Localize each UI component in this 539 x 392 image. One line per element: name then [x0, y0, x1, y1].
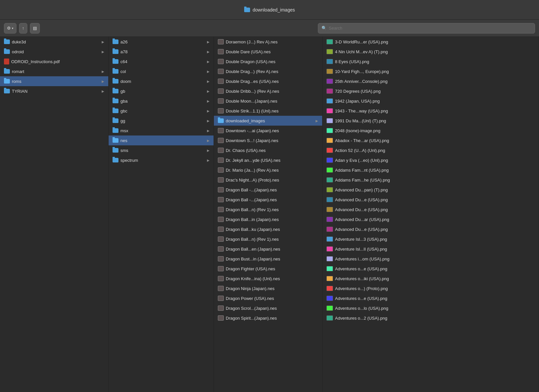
list-item[interactable]: Dragon Ball...n) (Rev 1).nes [214, 234, 322, 244]
list-item[interactable]: Dragon Knife...ina) (Unl).nes [214, 274, 322, 283]
list-item[interactable]: Adventures o...) (Proto).png [322, 283, 539, 293]
list-item[interactable]: 8 Eyes (USA).png [322, 57, 539, 66]
list-item[interactable]: roms▶ [0, 76, 108, 86]
list-item[interactable]: 25th Anniver...Console).png [322, 76, 539, 86]
list-item[interactable]: Advanced Du...ar (USA).png [322, 214, 539, 224]
list-item[interactable]: Addams Fam...he (USA).png [322, 175, 539, 185]
list-item[interactable]: Advanced Du...e (USA).png [322, 205, 539, 214]
list-item[interactable]: ODROID_Instructions.pdf [0, 57, 108, 66]
title-folder-icon [244, 8, 250, 12]
list-item[interactable]: doom▶ [109, 76, 214, 86]
png-icon [326, 246, 333, 252]
chevron-right-icon: ▶ [102, 89, 104, 93]
list-item[interactable]: 3-D WorldRu...er (USA).png [322, 37, 539, 47]
list-item[interactable]: Dragon Spirit...(Japan).nes [214, 313, 322, 323]
list-item[interactable]: Dragon Ball -...(Japan).nes [214, 195, 322, 205]
list-item[interactable]: Double Drag...es (USA).nes [214, 76, 322, 86]
list-item[interactable]: gba▶ [109, 96, 214, 106]
list-item[interactable]: a78▶ [109, 47, 214, 57]
list-item[interactable]: col▶ [109, 66, 214, 76]
list-item[interactable]: Adventures o...e (USA).png [322, 293, 539, 303]
list-item[interactable]: Dragon Ninja (Japan).nes [214, 283, 322, 293]
list-item[interactable]: TYRIAN▶ [0, 86, 108, 96]
list-item[interactable]: Double Strik...1.1) (Unl).nes [214, 106, 322, 116]
item-label: a78 [120, 49, 205, 54]
list-item[interactable]: Advanced Du...e (USA).png [322, 224, 539, 234]
list-item[interactable]: Drac's Night...A) (Proto).nes [214, 175, 322, 185]
list-item[interactable]: Adventure Isl...3 (USA).png [322, 234, 539, 244]
list-item[interactable]: Double Moon...(Japan).nes [214, 96, 322, 106]
list-item[interactable]: Downtown -...ai (Japan).nes [214, 126, 322, 135]
list-item[interactable]: Dragon Ball...en (Japan).nes [214, 244, 322, 254]
list-item[interactable]: msx▶ [109, 126, 214, 135]
list-item[interactable]: 2048 (tsone)-image.png [322, 126, 539, 135]
list-item[interactable]: Dr. Mario (Ja...) (Rev A).nes [214, 165, 322, 175]
list-item[interactable]: Double Dribb...) (Rev A).nes [214, 86, 322, 96]
folder-icon [4, 39, 10, 44]
list-item[interactable]: Dragon Ball...in (Japan).nes [214, 214, 322, 224]
list-item[interactable]: odroid▶ [0, 47, 108, 57]
list-item[interactable]: Downtown S...! (Japan).nes [214, 135, 322, 145]
list-item[interactable]: downloaded_images▶ [214, 116, 322, 126]
item-label: Dr. Chaos (USA).nes [226, 148, 318, 153]
list-item[interactable]: 1942 (Japan, USA).png [322, 96, 539, 106]
list-item[interactable]: Adventure Isl...II (USA).png [322, 244, 539, 254]
list-item[interactable]: Addams Fam...nt (USA).png [322, 165, 539, 175]
list-item[interactable]: Double Drag...) (Rev A).nes [214, 66, 322, 76]
list-item[interactable]: Adventures o...lo (USA).png [322, 303, 539, 313]
list-item[interactable]: 720 Degrees (USA).png [322, 86, 539, 96]
window-title: downloaded_images [244, 7, 295, 12]
item-label: Dragon Bust...in (Japan).nes [226, 257, 318, 261]
list-item[interactable]: Advanced Du...pan) (T).png [322, 185, 539, 195]
list-item[interactable]: nes▶ [109, 135, 214, 145]
list-item[interactable]: Adventures o...e (USA).png [322, 264, 539, 274]
list-item[interactable]: Double Dragon (USA).nes [214, 57, 322, 66]
list-item[interactable]: Action 52 (U...A) (Unl).png [322, 145, 539, 155]
gear-icon: ⚙ [7, 26, 11, 31]
list-item[interactable]: Adventures o...iki (USA).png [322, 274, 539, 283]
list-item[interactable]: duke3d▶ [0, 37, 108, 47]
list-item[interactable]: romart▶ [0, 66, 108, 76]
list-item[interactable]: Dragon Bust...in (Japan).nes [214, 254, 322, 264]
item-label: duke3d [12, 39, 100, 44]
list-item[interactable]: a26▶ [109, 37, 214, 47]
list-item[interactable]: Dr. Chaos (USA).nes [214, 145, 322, 155]
settings-button[interactable]: ⚙ ▾ [4, 23, 16, 34]
list-item[interactable]: sms▶ [109, 145, 214, 155]
list-item[interactable]: Advanced Du...e (USA).png [322, 195, 539, 205]
list-item[interactable]: Dragon Fighter (USA).nes [214, 264, 322, 274]
list-item[interactable]: Dragon Power (USA).nes [214, 293, 322, 303]
search-bar[interactable]: 🔍 [318, 23, 535, 34]
view-button[interactable]: ▤ [30, 23, 40, 34]
search-input[interactable] [329, 26, 531, 31]
list-item[interactable]: Adventures i...om (USA).png [322, 254, 539, 264]
list-item[interactable]: Abadox - The...ar (USA).png [322, 135, 539, 145]
list-item[interactable]: 4 Nin Uchi M...ev A) (T).png [322, 47, 539, 57]
list-item[interactable]: 10-Yard Figh..., Europe).png [322, 66, 539, 76]
list-item[interactable]: Dragon Ball -...(Japan).nes [214, 185, 322, 195]
list-item[interactable]: spectrum▶ [109, 155, 214, 165]
list-item[interactable]: gbc▶ [109, 106, 214, 116]
list-item[interactable]: Dragon Ball...ku (Japan).nes [214, 224, 322, 234]
share-button[interactable]: ↑ [19, 23, 27, 34]
list-item[interactable]: Dr. Jekyll an...yde (USA).nes [214, 155, 322, 165]
list-item[interactable]: Dragon Ball...n) (Rev 1).nes [214, 205, 322, 214]
list-item[interactable]: gg▶ [109, 116, 214, 126]
list-item[interactable]: c64▶ [109, 57, 214, 66]
chevron-right-icon: ▶ [207, 70, 210, 73]
list-item[interactable]: Doraemon (J...) Rev A).nes [214, 37, 322, 47]
list-item[interactable]: 1991 Du Ma...(Unl) (T).png [322, 116, 539, 126]
item-label: Dragon Fighter (USA).nes [226, 266, 318, 271]
list-item[interactable]: gb▶ [109, 86, 214, 96]
list-item[interactable]: Dragon Scrol...(Japan).nes [214, 303, 322, 313]
list-item[interactable]: Adventures o...2 (USA).png [322, 313, 539, 323]
item-label: Adventure Isl...3 (USA).png [335, 237, 535, 242]
list-item[interactable]: Adan y Eva (...eo) (Unl).png [322, 155, 539, 165]
item-label: gg [120, 118, 205, 123]
item-label: ODROID_Instructions.pdf [11, 59, 104, 64]
list-item[interactable]: 1943 - The...way (USA).png [322, 106, 539, 116]
item-label: 1943 - The...way (USA).png [335, 109, 535, 113]
list-item[interactable]: Double Dare (USA).nes [214, 47, 322, 57]
item-label: Double Strik...1.1) (Unl).nes [226, 109, 318, 113]
chevron-right-icon: ▶ [102, 40, 104, 44]
